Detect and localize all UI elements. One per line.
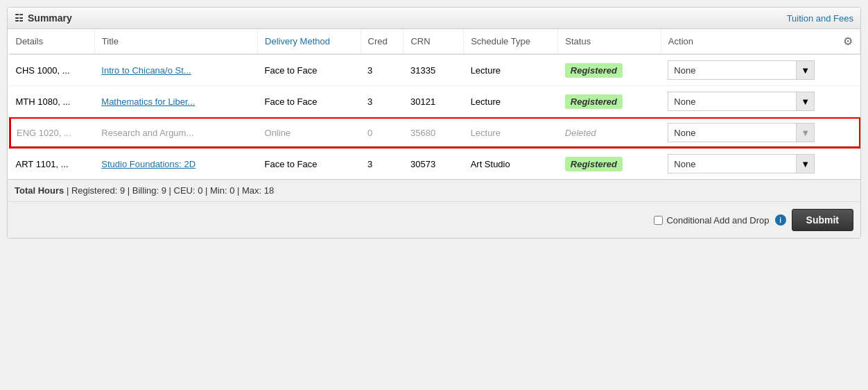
cell-action: ▼	[661, 86, 860, 117]
cell-details: MTH 1080, ...	[9, 86, 95, 117]
action-dropdown-btn[interactable]: ▼	[796, 123, 815, 142]
cell-status: Registered	[558, 149, 661, 180]
cell-delivery: Face to Face	[258, 149, 361, 180]
submit-bar: Conditional Add and Drop i Submit	[8, 201, 860, 238]
cell-delivery: Face to Face	[258, 86, 361, 117]
cell-action: ▼	[661, 54, 860, 86]
header-crn: CRN	[403, 29, 464, 54]
cell-title[interactable]: Studio Foundations: 2D	[94, 149, 257, 180]
header-schedule-type: Schedule Type	[464, 29, 558, 54]
action-select-group: ▼	[668, 92, 853, 111]
footer-stats-bar: Total Hours | Registered: 9 | Billing: 9…	[8, 179, 860, 201]
header-action: Action ⚙	[661, 29, 860, 54]
action-select-group: ▼	[668, 154, 853, 173]
action-input[interactable]	[668, 123, 796, 142]
table-row: ENG 1020, ... Research and Argum... Onli…	[9, 117, 860, 149]
panel-title: Summary	[28, 12, 72, 24]
cell-delivery: Face to Face	[258, 54, 361, 86]
cell-cred: 3	[361, 149, 403, 180]
table-header-row: Details Title Delivery Method Cred CRN S…	[9, 29, 860, 54]
total-hours-label: Total Hours	[15, 185, 64, 196]
cell-crn: 30121	[403, 86, 464, 117]
cell-action: ▼	[661, 117, 860, 149]
action-dropdown-btn[interactable]: ▼	[796, 92, 815, 111]
cell-status: Deleted	[558, 117, 661, 149]
panel-title-group: ☷ Summary	[15, 12, 72, 24]
cell-action: ▼	[661, 149, 860, 180]
cell-details: ART 1101, ...	[9, 149, 95, 180]
conditional-add-drop-text: Conditional Add and Drop	[666, 215, 769, 226]
action-input[interactable]	[668, 92, 796, 111]
cell-schedule-type: Art Studio	[464, 149, 558, 180]
summary-icon: ☷	[15, 12, 24, 24]
action-select-group: ▼	[668, 60, 853, 80]
cell-cred: 3	[361, 86, 403, 117]
status-badge: Registered	[565, 157, 623, 171]
cell-status: Registered	[558, 54, 661, 86]
cell-title[interactable]: Intro to Chicana/o St...	[94, 54, 257, 86]
table-row: MTH 1080, ... Mathematics for Liber... F…	[9, 86, 860, 117]
cell-details: ENG 1020, ...	[9, 117, 95, 149]
conditional-add-drop-label: Conditional Add and Drop	[654, 215, 769, 226]
info-icon[interactable]: i	[775, 214, 786, 226]
header-title: Title	[94, 29, 257, 54]
conditional-add-drop-checkbox[interactable]	[654, 216, 663, 225]
action-dropdown-btn[interactable]: ▼	[796, 60, 815, 80]
cell-crn: 30573	[403, 149, 464, 180]
cell-title[interactable]: Research and Argum...	[94, 117, 257, 149]
cell-cred: 3	[361, 54, 403, 86]
cell-title[interactable]: Mathematics for Liber...	[94, 86, 257, 117]
course-table: Details Title Delivery Method Cred CRN S…	[8, 29, 860, 179]
summary-panel: ☷ Summary Tuition and Fees Details Title…	[7, 7, 861, 239]
header-delivery-method: Delivery Method	[258, 29, 361, 54]
header-details: Details	[9, 29, 95, 54]
header-status: Status	[558, 29, 661, 54]
status-badge: Registered	[565, 94, 623, 109]
tuition-fees-link[interactable]: Tuition and Fees	[787, 13, 853, 24]
header-cred: Cred	[361, 29, 403, 54]
cell-crn: 31335	[403, 54, 464, 86]
cell-schedule-type: Lecture	[464, 117, 558, 149]
action-input[interactable]	[668, 154, 796, 173]
course-table-wrapper: Details Title Delivery Method Cred CRN S…	[8, 29, 860, 179]
cell-delivery: Online	[258, 117, 361, 149]
cell-status: Registered	[558, 86, 661, 117]
cell-details: CHS 1000, ...	[9, 54, 95, 86]
status-badge: Registered	[565, 63, 623, 78]
table-row: CHS 1000, ... Intro to Chicana/o St... F…	[9, 54, 860, 86]
submit-button[interactable]: Submit	[792, 209, 853, 231]
action-select-group: ▼	[668, 123, 853, 142]
settings-icon[interactable]: ⚙	[843, 35, 853, 48]
cell-schedule-type: Lecture	[464, 86, 558, 117]
status-badge: Deleted	[565, 128, 596, 138]
stats-text: | Registered: 9 | Billing: 9 | CEU: 0 | …	[67, 185, 274, 196]
cell-crn: 35680	[403, 117, 464, 149]
table-row: ART 1101, ... Studio Foundations: 2D Fac…	[9, 149, 860, 180]
cell-cred: 0	[361, 117, 403, 149]
panel-header: ☷ Summary Tuition and Fees	[8, 8, 860, 29]
action-dropdown-btn[interactable]: ▼	[796, 154, 815, 173]
cell-schedule-type: Lecture	[464, 54, 558, 86]
action-input[interactable]	[668, 60, 796, 80]
